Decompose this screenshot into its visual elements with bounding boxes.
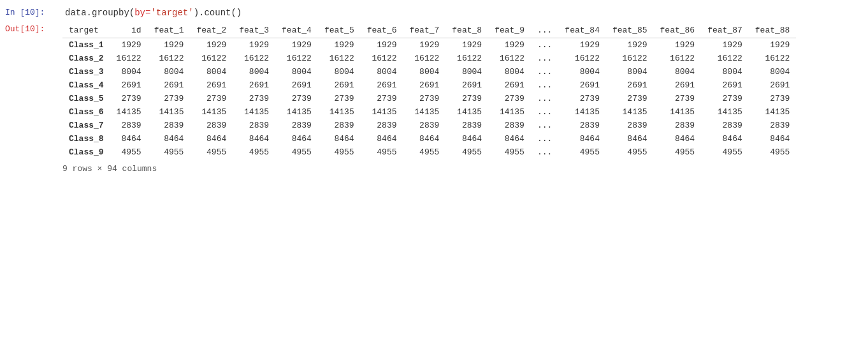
column-header-feat_8: feat_8 <box>445 23 488 38</box>
column-header-feat_2: feat_2 <box>190 23 233 38</box>
cell-feat_9: 2739 <box>488 92 531 105</box>
cell-feat_86: 14135 <box>654 105 702 119</box>
cell-feat_88: 14135 <box>749 105 797 119</box>
cell-feat_87: 1929 <box>701 38 749 52</box>
cell-feat_8: 1929 <box>445 38 488 52</box>
dataframe-table: target idfeat_1feat_2feat_3feat_4feat_5f… <box>62 23 796 159</box>
cell-feat_7: 1929 <box>403 38 446 52</box>
cell-feat_84: 2739 <box>558 92 606 105</box>
cell-feat_6: 8004 <box>361 65 403 78</box>
cell-feat_7: 2739 <box>403 92 446 105</box>
cell-feat_4: 2839 <box>275 119 318 132</box>
cell-feat_87: 8004 <box>701 65 749 78</box>
cell-feat_9: 16122 <box>488 52 531 65</box>
cell-feat_4: 14135 <box>275 105 318 119</box>
cell-...: ... <box>531 92 558 105</box>
cell-feat_9: 4955 <box>488 146 531 159</box>
table-row: Class_2161221612216122161221612216122161… <box>62 52 796 65</box>
row-count: 9 rows × 94 columns <box>62 159 863 176</box>
cell-feat_85: 16122 <box>606 52 654 65</box>
cell-input: In [10]: data.groupby(by='target').count… <box>0 5 868 20</box>
cell-feat_7: 2839 <box>403 119 446 132</box>
cell-feat_5: 8464 <box>318 132 361 146</box>
cell-feat_9: 2691 <box>488 78 531 92</box>
output-content: target idfeat_1feat_2feat_3feat_4feat_5f… <box>62 23 863 176</box>
column-header-feat_1: feat_1 <box>148 23 191 38</box>
cell-...: ... <box>531 105 558 119</box>
column-header-feat_7: feat_7 <box>403 23 446 38</box>
row-index: Class_8 <box>62 132 110 146</box>
column-header-feat_9: feat_9 <box>488 23 531 38</box>
cell-feat_85: 2739 <box>606 92 654 105</box>
cell-feat_5: 16122 <box>318 52 361 65</box>
table-row: Class_8846484648464846484648464846484648… <box>62 132 796 146</box>
output-label: Out[10]: <box>5 23 62 34</box>
cell-id: 1929 <box>110 38 148 52</box>
cell-feat_88: 1929 <box>749 38 797 52</box>
cell-feat_84: 1929 <box>558 38 606 52</box>
cell-feat_6: 14135 <box>361 105 403 119</box>
cell-feat_3: 1929 <box>233 38 275 52</box>
table-row: Class_6141351413514135141351413514135141… <box>62 105 796 119</box>
cell-feat_3: 4955 <box>233 146 275 159</box>
cell-id: 2739 <box>110 92 148 105</box>
cell-feat_1: 2839 <box>148 119 191 132</box>
cell-feat_7: 16122 <box>403 52 446 65</box>
cell-feat_3: 8464 <box>233 132 275 146</box>
cell-feat_86: 16122 <box>654 52 702 65</box>
cell-feat_6: 4955 <box>361 146 403 159</box>
cell-feat_84: 2691 <box>558 78 606 92</box>
cell-feat_86: 8464 <box>654 132 702 146</box>
cell-feat_3: 2691 <box>233 78 275 92</box>
cell-...: ... <box>531 132 558 146</box>
cell-feat_1: 1929 <box>148 38 191 52</box>
cell-feat_7: 2691 <box>403 78 446 92</box>
cell-feat_7: 8464 <box>403 132 446 146</box>
cell-feat_5: 2839 <box>318 119 361 132</box>
cell-feat_85: 2691 <box>606 78 654 92</box>
row-index: Class_3 <box>62 65 110 78</box>
cell-feat_3: 14135 <box>233 105 275 119</box>
cell-id: 2839 <box>110 119 148 132</box>
cell-feat_88: 2739 <box>749 92 797 105</box>
cell-feat_1: 14135 <box>148 105 191 119</box>
cell-feat_87: 2691 <box>701 78 749 92</box>
cell-feat_2: 2691 <box>190 78 233 92</box>
row-index: Class_9 <box>62 146 110 159</box>
dataframe-table-wrap: target idfeat_1feat_2feat_3feat_4feat_5f… <box>62 23 863 159</box>
cell-feat_2: 16122 <box>190 52 233 65</box>
column-header-feat_86: feat_86 <box>654 23 702 38</box>
column-header-feat_5: feat_5 <box>318 23 361 38</box>
cell-output: Out[10]: target idfeat_1feat_2feat_3feat… <box>0 20 868 179</box>
cell-feat_86: 2739 <box>654 92 702 105</box>
cell-feat_1: 2691 <box>148 78 191 92</box>
cell-feat_2: 2739 <box>190 92 233 105</box>
notebook-cell: In [10]: data.groupby(by='target').count… <box>0 0 868 184</box>
cell-feat_6: 8464 <box>361 132 403 146</box>
input-label: In [10]: <box>5 8 62 17</box>
cell-feat_2: 8464 <box>190 132 233 146</box>
cell-feat_6: 1929 <box>361 38 403 52</box>
table-row: Class_7283928392839283928392839283928392… <box>62 119 796 132</box>
cell-feat_88: 16122 <box>749 52 797 65</box>
cell-feat_87: 8464 <box>701 132 749 146</box>
cell-feat_9: 2839 <box>488 119 531 132</box>
cell-...: ... <box>531 119 558 132</box>
cell-feat_5: 1929 <box>318 38 361 52</box>
cell-feat_84: 4955 <box>558 146 606 159</box>
cell-feat_1: 8464 <box>148 132 191 146</box>
cell-feat_1: 16122 <box>148 52 191 65</box>
cell-feat_4: 16122 <box>275 52 318 65</box>
column-header-feat_6: feat_6 <box>361 23 403 38</box>
cell-feat_1: 4955 <box>148 146 191 159</box>
cell-...: ... <box>531 78 558 92</box>
cell-feat_8: 14135 <box>445 105 488 119</box>
cell-feat_9: 8004 <box>488 65 531 78</box>
row-index: Class_2 <box>62 52 110 65</box>
cell-...: ... <box>531 38 558 52</box>
table-header-row: target idfeat_1feat_2feat_3feat_4feat_5f… <box>62 23 796 38</box>
cell-feat_3: 8004 <box>233 65 275 78</box>
cell-feat_6: 2839 <box>361 119 403 132</box>
cell-feat_2: 2839 <box>190 119 233 132</box>
cell-id: 8004 <box>110 65 148 78</box>
